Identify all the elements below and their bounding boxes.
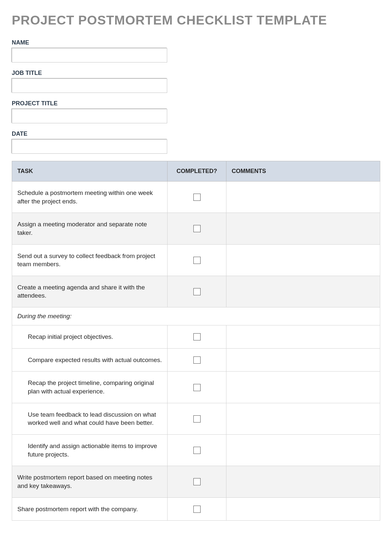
date-field-group: DATE <box>12 130 380 154</box>
table-row: Compare expected results with actual out… <box>12 348 380 372</box>
table-row: Create a meeting agenda and share it wit… <box>12 276 380 307</box>
project-title-input[interactable] <box>12 109 167 123</box>
project-title-field-group: PROJECT TITLE <box>12 100 380 123</box>
completed-cell <box>168 213 226 244</box>
completed-cell <box>168 434 226 466</box>
comments-cell[interactable] <box>226 276 380 307</box>
checkbox[interactable] <box>193 288 201 295</box>
completed-cell <box>168 244 226 276</box>
table-row: Recap initial project objectives. <box>12 325 380 349</box>
task-cell: Identify and assign actionable items to … <box>12 434 168 466</box>
checkbox[interactable] <box>193 194 201 201</box>
task-cell: Create a meeting agenda and share it wit… <box>12 276 168 307</box>
project-title-label: PROJECT TITLE <box>12 100 380 107</box>
task-cell: Share postmortem report with the company… <box>12 497 168 521</box>
header-task: TASK <box>12 161 168 182</box>
task-cell: Assign a meeting moderator and separate … <box>12 213 168 244</box>
table-row: Write postmortem report based on meeting… <box>12 466 380 497</box>
header-comments: COMMENTS <box>226 161 380 182</box>
checkbox[interactable] <box>193 415 201 423</box>
job-title-label: JOB TITLE <box>12 70 380 77</box>
checkbox[interactable] <box>193 384 201 391</box>
task-cell: Schedule a postmortem meeting within one… <box>12 182 168 213</box>
checkbox[interactable] <box>193 506 201 513</box>
comments-cell[interactable] <box>226 372 380 403</box>
task-cell: Recap the project timeline, comparing or… <box>12 372 168 403</box>
checkbox[interactable] <box>193 333 201 340</box>
completed-cell <box>168 372 226 403</box>
completed-cell <box>168 497 226 521</box>
task-cell: Use team feedback to lead discussion on … <box>12 403 168 434</box>
checkbox[interactable] <box>193 257 201 264</box>
table-row: Send out a survey to collect feedback fr… <box>12 244 380 276</box>
section-heading: During the meeting: <box>12 307 380 325</box>
checklist-table: TASK COMPLETED? COMMENTS Schedule a post… <box>12 161 380 521</box>
comments-cell[interactable] <box>226 182 380 213</box>
date-label: DATE <box>12 130 380 137</box>
completed-cell <box>168 325 226 349</box>
table-row: Recap the project timeline, comparing or… <box>12 372 380 403</box>
checkbox[interactable] <box>193 447 201 454</box>
task-cell: Compare expected results with actual out… <box>12 348 168 372</box>
table-row: Use team feedback to lead discussion on … <box>12 403 380 434</box>
checkbox[interactable] <box>193 356 201 364</box>
comments-cell[interactable] <box>226 325 380 349</box>
name-input[interactable] <box>12 48 167 62</box>
comments-cell[interactable] <box>226 434 380 466</box>
header-completed: COMPLETED? <box>168 161 226 182</box>
comments-cell[interactable] <box>226 403 380 434</box>
task-cell: Recap initial project objectives. <box>12 325 168 349</box>
comments-cell[interactable] <box>226 213 380 244</box>
table-row: Share postmortem report with the company… <box>12 497 380 521</box>
completed-cell <box>168 403 226 434</box>
comments-cell[interactable] <box>226 348 380 372</box>
comments-cell[interactable] <box>226 497 380 521</box>
task-cell: Write postmortem report based on meeting… <box>12 466 168 497</box>
checkbox[interactable] <box>193 225 201 232</box>
job-title-field-group: JOB TITLE <box>12 70 380 93</box>
table-row: Identify and assign actionable items to … <box>12 434 380 466</box>
page-title: PROJECT POSTMORTEM CHECKLIST TEMPLATE <box>12 13 380 27</box>
completed-cell <box>168 466 226 497</box>
date-input[interactable] <box>12 139 167 154</box>
comments-cell[interactable] <box>226 244 380 276</box>
completed-cell <box>168 348 226 372</box>
comments-cell[interactable] <box>226 466 380 497</box>
name-label: NAME <box>12 39 380 46</box>
name-field-group: NAME <box>12 39 380 62</box>
job-title-input[interactable] <box>12 78 167 93</box>
table-row: Schedule a postmortem meeting within one… <box>12 182 380 213</box>
checkbox[interactable] <box>193 478 201 485</box>
completed-cell <box>168 182 226 213</box>
completed-cell <box>168 276 226 307</box>
table-row: Assign a meeting moderator and separate … <box>12 213 380 244</box>
task-cell: Send out a survey to collect feedback fr… <box>12 244 168 276</box>
